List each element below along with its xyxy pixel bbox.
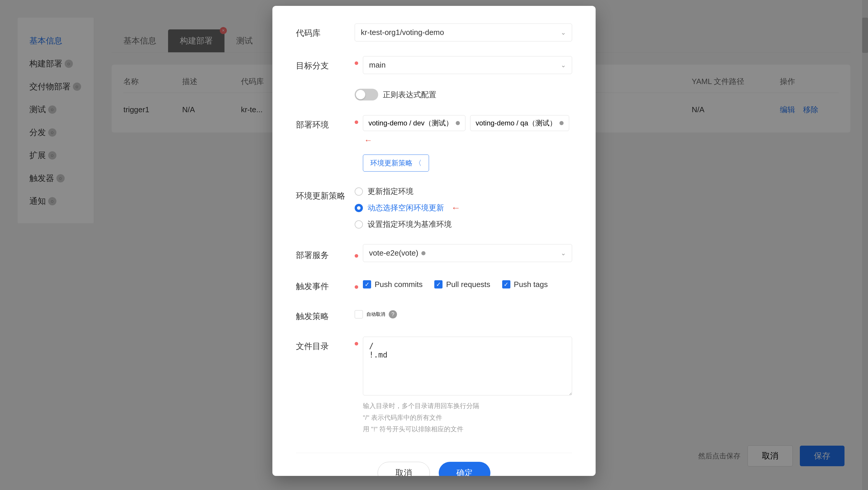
radio-group-strategy: 更新指定环境 动态选择空闲环境更新 ← 设置指定环境为基准环境 (355, 186, 572, 229)
env-dot-dev (456, 121, 460, 125)
trigger-events-row: 触发事件 ✓ Push commits ✓ Pull requests ✓ Pu… (296, 277, 572, 292)
checkbox-pull-requests-box: ✓ (434, 280, 442, 289)
modal-cancel-button[interactable]: 取消 (378, 462, 430, 476)
env-tag-dev-label: voting-demo / dev（测试） (369, 119, 453, 128)
checkbox-pull-requests[interactable]: ✓ Pull requests (434, 280, 490, 289)
branch-required-dot (355, 61, 358, 65)
checkbox-push-commits-box: ✓ (363, 280, 371, 289)
modal-confirm-button[interactable]: 确定 (439, 462, 490, 476)
file-dir-hints: 输入目录时，多个目录请用回车换行分隔 "/" 表示代码库中的所有文件 用 "!"… (363, 400, 572, 435)
file-dir-label: 文件目录 (296, 337, 355, 352)
deploy-service-label: 部署服务 (296, 246, 355, 261)
file-hint-0: 输入目录时，多个目录请用回车换行分隔 (363, 400, 572, 412)
radio-dynamic-select[interactable]: 动态选择空闲环境更新 ← (355, 202, 572, 213)
auto-cancel-label: 自动取消 (366, 312, 385, 318)
checkbox-push-tags[interactable]: ✓ Push tags (502, 280, 548, 289)
toggle-knob (356, 90, 365, 99)
repo-control: kr-test-org1/voting-demo ⌄ (355, 24, 572, 41)
radio-update-specified[interactable]: 更新指定环境 (355, 186, 572, 197)
env-tag-qa[interactable]: voting-demo / qa（测试） (470, 115, 569, 131)
env-update-strategy-control: 更新指定环境 动态选择空闲环境更新 ← 设置指定环境为基准环境 (355, 186, 572, 229)
env-update-strategy-label: 环境更新策略 (296, 186, 355, 201)
chevron-down-icon: ⌄ (561, 250, 566, 257)
deploy-env-label: 部署环境 (296, 115, 355, 130)
checkbox-push-tags-box: ✓ (502, 280, 510, 289)
file-dir-textarea[interactable]: / !.md (363, 337, 572, 395)
radio-circle-1 (355, 204, 363, 212)
deploy-env-control: voting-demo / dev（测试） voting-demo / qa（测… (363, 115, 572, 171)
regex-toggle[interactable] (355, 89, 378, 100)
trigger-policy-control: 自动取消 ? (355, 310, 572, 319)
regex-toggle-row: 正则表达式配置 (296, 89, 572, 100)
env-tag-qa-label: voting-demo / qa（测试） (476, 119, 557, 128)
repo-label: 代码库 (296, 24, 355, 39)
dynamic-select-arrow-icon: ← (451, 202, 460, 213)
env-strategy-button[interactable]: 环境更新策略 〈 (363, 155, 429, 171)
radio-label-2: 设置指定环境为基准环境 (368, 219, 452, 229)
radio-label-0: 更新指定环境 (368, 186, 413, 197)
branch-select[interactable]: main ⌄ (363, 56, 572, 74)
chevron-down-icon: ⌄ (561, 61, 566, 69)
file-dir-required-dot (355, 342, 358, 346)
deploy-service-control: vote-e2e(vote) ⌄ (363, 244, 572, 262)
deploy-service-value: vote-e2e(vote) (369, 249, 418, 258)
branch-label: 目标分支 (296, 56, 355, 71)
chevron-down-icon: ⌄ (561, 29, 566, 36)
modal-footer: 取消 确定 (296, 453, 572, 476)
trigger-events-label: 触发事件 (296, 277, 355, 292)
env-tags-container: voting-demo / dev（测试） voting-demo / qa（测… (363, 115, 572, 145)
checkbox-group-events: ✓ Push commits ✓ Pull requests ✓ Push ta… (363, 280, 572, 289)
env-arrow-icon: ← (364, 136, 372, 145)
service-dot (422, 251, 426, 255)
help-icon[interactable]: ? (389, 310, 397, 319)
repo-row: 代码库 kr-test-org1/voting-demo ⌄ (296, 24, 572, 41)
modal-dialog: 代码库 kr-test-org1/voting-demo ⌄ 目标分支 main… (272, 6, 596, 476)
trigger-policy-row: 触发策略 自动取消 ? (296, 307, 572, 322)
radio-label-1: 动态选择空闲环境更新 (368, 203, 444, 213)
env-dot-qa (559, 121, 564, 125)
trigger-events-required-dot (355, 285, 358, 289)
modal-overlay: 代码库 kr-test-org1/voting-demo ⌄ 目标分支 main… (0, 0, 868, 490)
repo-select[interactable]: kr-test-org1/voting-demo ⌄ (355, 24, 572, 41)
file-dir-row: 文件目录 / !.md 输入目录时，多个目录请用回车换行分隔 "/" 表示代码库… (296, 337, 572, 435)
radio-circle-2 (355, 220, 363, 229)
branch-value: main (369, 61, 385, 70)
branch-control: main ⌄ (363, 56, 572, 74)
auto-cancel-row: 自动取消 ? (355, 310, 572, 319)
radio-circle-0 (355, 188, 363, 196)
checkbox-push-commits[interactable]: ✓ Push commits (363, 280, 423, 289)
checkbox-push-commits-label: Push commits (375, 280, 423, 289)
env-update-strategy-row: 环境更新策略 更新指定环境 动态选择空闲环境更新 ← 设置指定环境为基准环境 (296, 186, 572, 229)
deploy-service-select[interactable]: vote-e2e(vote) ⌄ (363, 244, 572, 262)
checkbox-pull-requests-label: Pull requests (446, 280, 490, 289)
regex-toggle-label: 正则表达式配置 (383, 90, 436, 100)
checkbox-push-tags-label: Push tags (514, 280, 548, 289)
file-hint-1: "/" 表示代码库中的所有文件 (363, 412, 572, 424)
auto-cancel-checkbox[interactable] (355, 310, 363, 319)
file-hint-2: 用 "!" 符号开头可以排除相应的文件 (363, 423, 572, 435)
deploy-env-row: 部署环境 voting-demo / dev（测试） voting-demo /… (296, 115, 572, 171)
env-tag-dev[interactable]: voting-demo / dev（测试） (363, 115, 465, 131)
radio-set-baseline[interactable]: 设置指定环境为基准环境 (355, 219, 572, 229)
deploy-service-required-dot (355, 254, 358, 258)
deploy-service-row: 部署服务 vote-e2e(vote) ⌄ (296, 244, 572, 262)
trigger-events-control: ✓ Push commits ✓ Pull requests ✓ Push ta… (363, 280, 572, 289)
file-dir-control: / !.md 输入目录时，多个目录请用回车换行分隔 "/" 表示代码库中的所有文… (363, 337, 572, 435)
branch-row: 目标分支 main ⌄ (296, 56, 572, 74)
repo-value: kr-test-org1/voting-demo (361, 28, 444, 37)
trigger-policy-label: 触发策略 (296, 307, 355, 322)
deploy-env-required-dot (355, 121, 358, 124)
